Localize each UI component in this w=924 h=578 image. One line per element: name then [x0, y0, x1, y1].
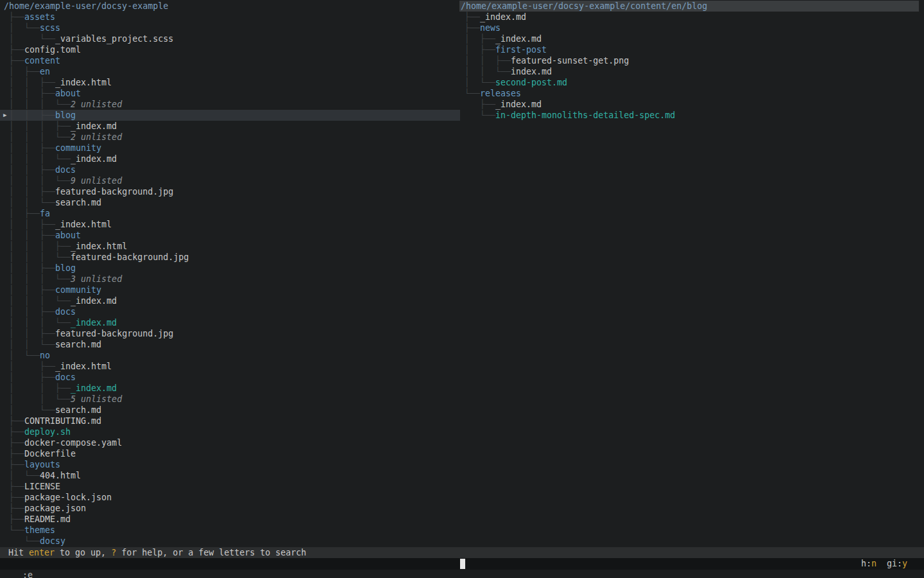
tree-row-layouts[interactable]: ├──layouts: [0, 459, 460, 470]
status-key-hint: enter: [29, 548, 55, 557]
tree-row-search-md[interactable]: │ └──search.md: [0, 405, 460, 416]
tree-row-scss[interactable]: │ └──scss: [0, 22, 460, 33]
entry-name: _index.md: [480, 12, 526, 22]
tree-branch-lines: │ │ └──: [9, 198, 55, 207]
tree-row-5-unlisted[interactable]: │ │ └──5 unlisted: [0, 394, 460, 405]
tree-row--index-html[interactable]: │ │ ├──_index.html: [0, 219, 460, 230]
tree-row-themes[interactable]: └──themes: [0, 525, 460, 536]
tree-row-first-post[interactable]: │ ├──first-post: [459, 44, 919, 55]
tree-row-news[interactable]: ├──news: [459, 22, 919, 33]
tree-row--index-html[interactable]: │ │ ├──_index.html: [0, 77, 460, 88]
tree-branch-lines: ├──: [9, 56, 24, 66]
entry-name: _index.md: [71, 318, 117, 328]
flag-value: y: [902, 559, 907, 568]
tree-row-dockerfile[interactable]: ├──Dockerfile: [0, 448, 460, 459]
tree-row-config-toml[interactable]: ├──config.toml: [0, 44, 460, 55]
tree-row-search-md[interactable]: │ │ └──search.md: [0, 339, 460, 350]
entry-name: docs: [55, 165, 76, 175]
tree-branch-lines: │ │ │ └──: [9, 154, 71, 164]
tree-row-no[interactable]: │ └──no: [0, 350, 460, 361]
tree-row-community[interactable]: │ │ ├──community: [0, 143, 460, 153]
tree-row-2-unlisted[interactable]: │ │ │ └──2 unlisted: [0, 99, 460, 110]
entry-name: blog: [55, 110, 76, 120]
tree-row-blog[interactable]: ▶│ │ ├──blog: [0, 110, 460, 121]
tree-row-fa[interactable]: │ ├──fa: [0, 208, 460, 219]
tree-row--index-md[interactable]: │ │ │ └──_index.md: [0, 153, 460, 164]
tree-row--index-md[interactable]: │ ├──_index.md: [459, 33, 919, 44]
tree-branch-lines: │ │ ├──: [9, 143, 55, 153]
tree-row-featured-background-jpg[interactable]: │ │ ├──featured-background.jpg: [0, 328, 460, 339]
tree-row--index-md[interactable]: ├──_index.md: [459, 99, 919, 110]
tree-branch-lines: ├──: [9, 514, 24, 524]
tree-row-404-html[interactable]: │ └──404.html: [0, 470, 460, 481]
tree-row-about[interactable]: │ │ ├──about: [0, 230, 460, 241]
right-panel-path: /home/example-user/docsy-example/content…: [459, 1, 919, 12]
tree-row-package-json[interactable]: ├──package.json: [0, 503, 460, 514]
tree-row-in-depth-monoliths-detailed-spec-md[interactable]: └──in-depth-monoliths-detailed-spec.md: [459, 110, 919, 121]
entry-name: no: [40, 351, 50, 360]
entry-name: search.md: [55, 198, 101, 207]
tree-row-assets[interactable]: ├──assets: [0, 12, 460, 22]
tree-branch-lines: └──: [465, 110, 495, 120]
entry-name: first-post: [495, 45, 547, 55]
tree-row-readme-md[interactable]: ├──README.md: [0, 514, 460, 525]
tree-row-index-md[interactable]: │ │ └──index.md: [459, 66, 919, 77]
tree-row-featured-background-jpg[interactable]: │ │ │ └──featured-background.jpg: [0, 252, 460, 263]
tree-row--index-md[interactable]: │ │ ├──_index.md: [0, 383, 460, 394]
entry-name: 5 unlisted: [71, 394, 122, 404]
entry-name: config.toml: [24, 45, 81, 55]
tree-row-license[interactable]: ├──LICENSE: [0, 481, 460, 492]
tree-row-second-post-md[interactable]: │ └──second-post.md: [459, 77, 919, 88]
entry-name: search.md: [55, 405, 101, 415]
tree-branch-lines: └──: [9, 536, 40, 546]
tree-row-content[interactable]: ├──content: [0, 55, 460, 66]
tree-branch-lines: ├──: [465, 100, 495, 109]
tree-row-docs[interactable]: │ │ ├──docs: [0, 164, 460, 175]
tree-row-about[interactable]: │ │ ├──about: [0, 88, 460, 99]
tree-row-featured-background-jpg[interactable]: │ │ ├──featured-background.jpg: [0, 186, 460, 197]
entry-name: package-lock.json: [24, 493, 112, 502]
command-input[interactable]: :e: [22, 570, 33, 578]
tree-branch-lines: │ │ ├──: [9, 187, 55, 197]
tree-branch-lines: ├──: [9, 438, 24, 448]
tree-row-blog[interactable]: │ │ ├──blog: [0, 263, 460, 274]
entry-name: scss: [40, 23, 60, 33]
tree-row-docs[interactable]: │ ├──docs: [0, 372, 460, 383]
tree-row-community[interactable]: │ │ ├──community: [0, 285, 460, 295]
tree-row-en[interactable]: │ ├──en: [0, 66, 460, 77]
entry-name: _index.md: [71, 121, 117, 131]
tree-row-docker-compose-yaml[interactable]: ├──docker-compose.yaml: [0, 437, 460, 448]
input-cursor-block[interactable]: [460, 559, 465, 569]
tree-row--index-md[interactable]: │ │ │ └──_index.md: [0, 295, 460, 306]
left-panel: /home/example-user/docsy-example ├──asse…: [0, 0, 460, 547]
status-text: to go up,: [55, 548, 111, 557]
tree-row-releases[interactable]: └──releases: [459, 88, 919, 99]
tree-row--index-md[interactable]: │ │ │ └──_index.md: [0, 317, 460, 328]
tree-row-docsy[interactable]: └──docsy: [0, 536, 460, 547]
entry-name: content: [24, 56, 60, 66]
entry-name: 2 unlisted: [71, 100, 122, 109]
tree-row-2-unlisted[interactable]: │ │ │ └──2 unlisted: [0, 132, 460, 143]
tree-row-9-unlisted[interactable]: │ │ │ └──9 unlisted: [0, 175, 460, 186]
tree-row-3-unlisted[interactable]: │ │ │ └──3 unlisted: [0, 274, 460, 285]
entry-name: index.md: [511, 67, 552, 76]
tree-row-deploy-sh[interactable]: ├──deploy.sh: [0, 426, 460, 437]
tree-row-featured-sunset-get-png[interactable]: │ │ ├──featured-sunset-get.png: [459, 55, 919, 66]
tree-row--variables-project-scss[interactable]: │ └──_variables_project.scss: [0, 33, 460, 44]
tree-branch-lines: │ │ ├──: [9, 307, 55, 317]
tree-row--index-html[interactable]: │ │ │ ├──_index.html: [0, 241, 460, 252]
tree-row-docs[interactable]: │ │ ├──docs: [0, 306, 460, 317]
tree-row--index-html[interactable]: │ ├──_index.html: [0, 361, 460, 372]
tree-row-contributing-md[interactable]: ├──CONTRIBUTING.md: [0, 416, 460, 426]
entry-name: en: [40, 67, 50, 76]
tree-row-package-lock-json[interactable]: ├──package-lock.json: [0, 492, 460, 503]
entry-name: _index.md: [495, 100, 542, 109]
tree-branch-lines: │ │ ├──: [9, 89, 55, 98]
tree-branch-lines: │ │ └──: [9, 394, 71, 404]
tree-row-search-md[interactable]: │ │ └──search.md: [0, 197, 460, 208]
tree-row--index-md[interactable]: ├──_index.md: [459, 12, 919, 22]
tree-branch-lines: │ └──: [9, 23, 40, 33]
tree-branch-lines: │ │ ├──: [9, 263, 55, 273]
tree-branch-lines: └──: [9, 525, 24, 535]
tree-row--index-md[interactable]: │ │ │ ├──_index.md: [0, 121, 460, 132]
